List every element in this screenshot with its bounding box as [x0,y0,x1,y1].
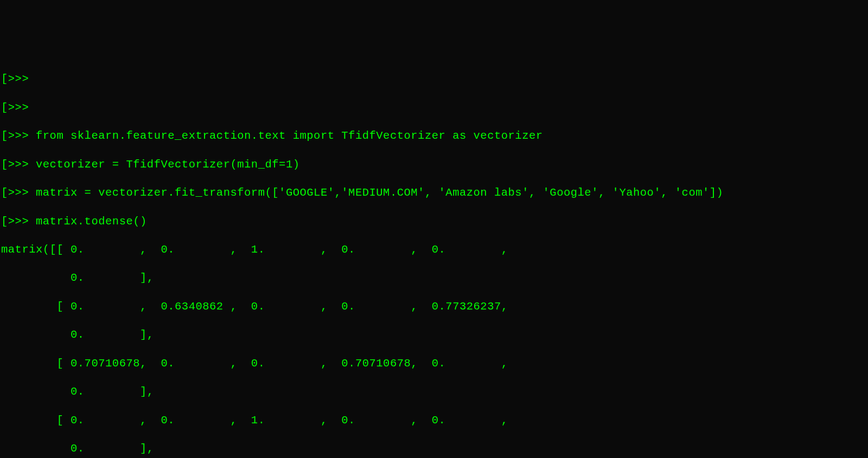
terminal-line: [>>> from sklearn.feature_extraction.tex… [1,129,868,143]
terminal-line: [>>> vectorizer = TfidfVectorizer(min_df… [1,158,868,172]
terminal-window[interactable]: [>>> [>>> [>>> from sklearn.feature_extr… [0,57,868,458]
terminal-output-line: matrix([[ 0. , 0. , 1. , 0. , 0. , [1,243,868,257]
terminal-line: [>>> matrix = vectorizer.fit_transform([… [1,186,868,200]
terminal-output-line: [ 0. , 0.6340862 , 0. , 0. , 0.77326237, [1,300,868,314]
terminal-line: [>>> [1,101,868,115]
terminal-output-line: 0. ], [1,328,868,342]
terminal-line: [>>> matrix.todense() [1,215,868,229]
terminal-output-line: [ 0. , 0. , 1. , 0. , 0. , [1,414,868,428]
terminal-output-line: 0. ], [1,271,868,285]
terminal-output-line: 0. ], [1,442,868,456]
terminal-line: [>>> [1,72,868,86]
terminal-output-line: 0. ], [1,385,868,399]
terminal-output-line: [ 0.70710678, 0. , 0. , 0.70710678, 0. , [1,357,868,371]
